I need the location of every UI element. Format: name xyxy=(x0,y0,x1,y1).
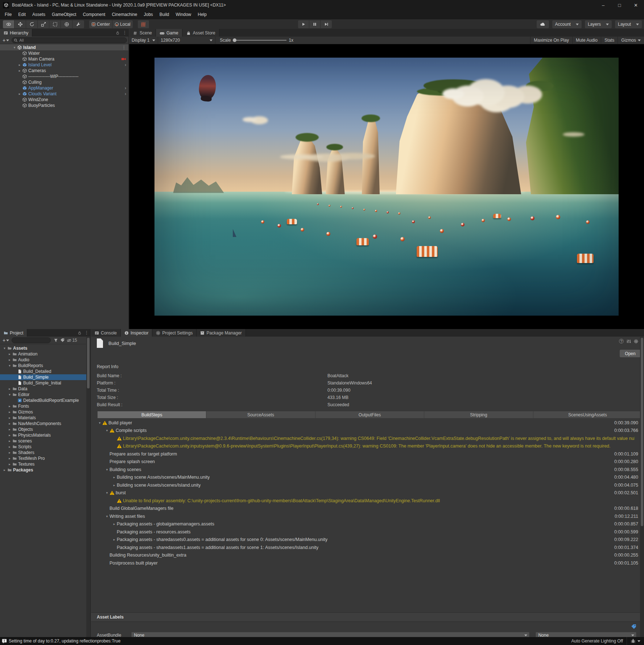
maximize-on-play-toggle[interactable]: Maximize On Play xyxy=(530,37,572,44)
pause-button[interactable] xyxy=(309,20,321,28)
hierarchy-search-field[interactable] xyxy=(12,37,127,43)
project-tree-item[interactable]: ▸ scenes xyxy=(0,438,90,444)
build-step-row[interactable]: ▾ Building scenes 0:00:08.555 xyxy=(91,466,644,474)
custom-tool-button[interactable] xyxy=(73,20,84,28)
hierarchy-item[interactable]: Water xyxy=(0,50,128,56)
expand-arrow-icon[interactable]: ▸ xyxy=(7,428,12,431)
hidden-packages-toggle[interactable]: 15 xyxy=(67,338,77,343)
expand-arrow-icon[interactable]: ▸ xyxy=(7,451,12,454)
cloud-services-button[interactable] xyxy=(537,20,549,28)
rotate-tool-button[interactable] xyxy=(26,20,38,28)
build-step-row[interactable]: Packaging assets - resources.assets 0:00… xyxy=(91,528,644,536)
scale-tool-button[interactable] xyxy=(38,20,49,28)
build-report-section-tab[interactable]: SourceAssets xyxy=(206,411,315,418)
build-step-row[interactable]: Prepare assets for target platform 0:00:… xyxy=(91,450,644,458)
project-tree-item[interactable]: ▾ Assets xyxy=(0,345,90,351)
build-report-section-tab[interactable]: Stripping xyxy=(424,411,533,418)
stats-toggle[interactable]: Stats xyxy=(601,37,618,44)
expand-arrow-icon[interactable]: ▸ xyxy=(7,445,12,449)
expand-arrow-icon[interactable]: ▾ xyxy=(104,515,110,518)
scene-menu-icon[interactable]: ⋮ xyxy=(122,45,126,50)
hierarchy-item[interactable]: AppManager › xyxy=(0,85,128,91)
project-tree-item[interactable]: ▾ Editor xyxy=(0,392,90,398)
tab-scene[interactable]: Scene xyxy=(129,29,156,37)
tab-package-manager[interactable]: Package Manager xyxy=(197,329,245,337)
expand-arrow-icon[interactable]: ▸ xyxy=(112,538,117,541)
expand-arrow-icon[interactable]: ▸ xyxy=(7,439,12,443)
expand-arrow-icon[interactable]: ▾ xyxy=(104,429,110,432)
tab-asset-store[interactable]: Asset Store xyxy=(182,29,219,37)
inspector-scrollbar[interactable] xyxy=(640,337,644,637)
menu-item[interactable]: Component xyxy=(79,11,108,18)
project-tree-item[interactable]: ▸ Shaders xyxy=(0,450,90,455)
display-dropdown[interactable]: Display 1 xyxy=(129,37,158,44)
layout-dropdown[interactable]: Layout xyxy=(615,20,642,28)
search-by-type-icon[interactable] xyxy=(54,338,58,342)
expand-arrow-icon[interactable]: ▾ xyxy=(104,491,110,495)
search-by-label-icon[interactable] xyxy=(60,338,65,342)
project-search-field[interactable] xyxy=(12,337,51,343)
project-tree-item[interactable]: ▸ Fonts xyxy=(0,403,90,409)
menu-item[interactable]: GameObject xyxy=(49,11,79,18)
hierarchy-item[interactable]: ▸ Cameras xyxy=(0,68,128,74)
expand-arrow-icon[interactable]: ▸ xyxy=(7,410,12,414)
expand-arrow-icon[interactable]: ▸ xyxy=(7,358,12,362)
move-tool-button[interactable] xyxy=(15,20,26,28)
view-tool-button[interactable] xyxy=(3,20,15,28)
expand-arrow-icon[interactable]: ▸ xyxy=(7,422,12,425)
build-report-section-tab[interactable]: OutputFiles xyxy=(315,411,424,418)
build-step-row[interactable]: Postprocess built player 0:00:01.105 xyxy=(91,559,644,567)
project-tree-item[interactable]: ▸ Audio xyxy=(0,357,90,363)
hierarchy-item[interactable]: Culling xyxy=(0,79,128,85)
build-warning-row[interactable]: Library\PackageCache\com.unity.cinemachi… xyxy=(91,434,644,442)
build-step-row[interactable]: ▸ Building scene Assets/scenes/MainMenu.… xyxy=(91,474,644,482)
step-button[interactable] xyxy=(321,20,332,28)
lock-icon[interactable] xyxy=(116,31,120,35)
hierarchy-item[interactable]: ▸ Clouds Variant › xyxy=(0,91,128,97)
build-warning-row[interactable]: Library\PackageCache\com.unity.inputsyst… xyxy=(91,442,644,450)
tab-game[interactable]: Game xyxy=(156,29,182,37)
project-tree-item[interactable]: ▾ BuildReports xyxy=(0,363,90,369)
build-step-row[interactable]: Prepare splash screen 0:00:00.280 xyxy=(91,458,644,466)
project-tree-item[interactable]: ▸ Gizmos xyxy=(0,409,90,415)
expand-arrow-icon[interactable]: ▸ xyxy=(112,475,117,479)
expand-arrow-icon[interactable]: ▸ xyxy=(7,462,12,466)
build-step-row[interactable]: Building Resources/unity_builtin_extra 0… xyxy=(91,552,644,559)
project-tree-item[interactable]: Build_Simple xyxy=(0,374,90,380)
expand-arrow-icon[interactable]: ▸ xyxy=(2,468,7,472)
project-tree-item[interactable]: ▸ Scripts xyxy=(0,444,90,450)
tab-hierarchy[interactable]: Hierarchy xyxy=(0,29,32,37)
menu-item[interactable]: File xyxy=(1,11,15,18)
tab-console[interactable]: Console xyxy=(91,329,121,337)
project-tree-item[interactable]: ▸ NavMeshComponents xyxy=(0,421,90,426)
build-step-row[interactable]: ▸ Packaging assets - sharedassets0.asset… xyxy=(91,536,644,544)
close-button[interactable]: ✕ xyxy=(628,0,644,10)
build-step-row[interactable]: ▸ Building scene Assets/scenes/Island.un… xyxy=(91,481,644,489)
hierarchy-item[interactable]: WindZone xyxy=(0,97,128,103)
project-tree-item[interactable]: ▸ Materials xyxy=(0,415,90,421)
pivot-toggle-button[interactable]: Center xyxy=(89,20,112,28)
menu-item[interactable]: Jobs xyxy=(141,11,156,18)
tab-project-settings[interactable]: Project Settings xyxy=(152,329,197,337)
lock-icon[interactable] xyxy=(78,331,82,335)
tab-inspector[interactable]: Inspector xyxy=(121,329,152,337)
build-step-row[interactable]: ▾ Compile scripts 0:00:03.766 xyxy=(91,427,644,435)
project-tree-item[interactable]: ▸ Packages xyxy=(0,467,90,473)
grid-snapping-button[interactable] xyxy=(138,20,149,28)
help-icon[interactable]: ? xyxy=(619,339,624,344)
build-warning-row[interactable]: Unable to find player assembly: C:\unity… xyxy=(91,497,644,505)
menu-item[interactable]: Edit xyxy=(15,11,29,18)
debugger-attach-button[interactable] xyxy=(627,637,640,645)
menu-item[interactable]: Window xyxy=(173,11,195,18)
build-step-row[interactable]: Packaging assets - sharedassets1.assets … xyxy=(91,544,644,552)
minimize-button[interactable]: – xyxy=(595,0,611,10)
expand-arrow-icon[interactable]: ▾ xyxy=(12,46,17,49)
tab-project[interactable]: Project xyxy=(0,329,27,337)
mute-audio-toggle[interactable]: Mute Audio xyxy=(572,37,601,44)
resolution-dropdown[interactable]: 1280x720 xyxy=(158,37,215,44)
build-step-row[interactable]: ▾ burst 0:00:02.501 xyxy=(91,489,644,497)
build-step-row[interactable]: ▸ Packaging assets - globalgamemanagers.… xyxy=(91,520,644,528)
hierarchy-item[interactable]: Main Camera xyxy=(0,56,128,62)
expand-arrow-icon[interactable]: ▸ xyxy=(112,522,117,526)
expand-arrow-icon[interactable]: ▾ xyxy=(7,393,12,396)
